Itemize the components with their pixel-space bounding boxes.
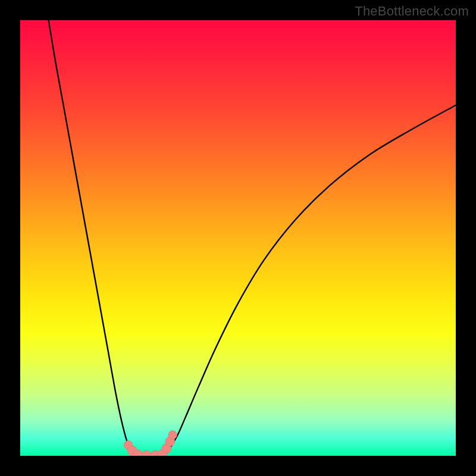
watermark-text: TheBottleneck.com <box>355 4 469 19</box>
plot-area <box>20 20 456 456</box>
chart-frame: TheBottleneck.com <box>0 0 476 476</box>
bottleneck-path <box>49 20 456 455</box>
valley-marker <box>168 431 177 440</box>
curve-svg <box>20 20 456 456</box>
bottleneck-curve <box>49 20 456 455</box>
valley-marker <box>142 450 151 456</box>
valley-markers <box>124 431 177 456</box>
